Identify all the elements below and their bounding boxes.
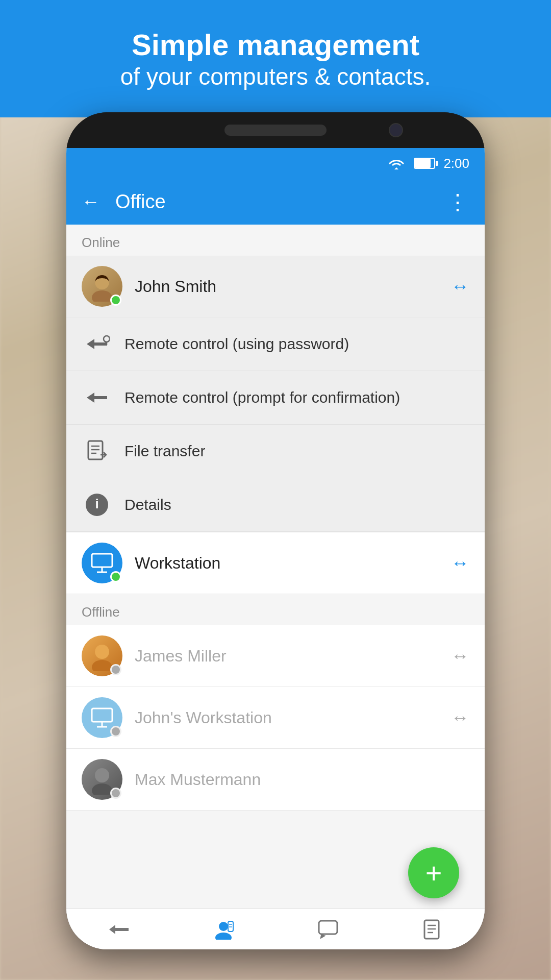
contact-name-workstation: Workstation — [135, 554, 451, 573]
content-area: Online John Smith ↔ — [66, 225, 485, 909]
phone-top-bar — [66, 112, 485, 148]
file-transfer-label: File transfer — [124, 443, 205, 460]
remote-confirm-arrows — [84, 387, 110, 408]
nav-contacts-button[interactable] — [171, 919, 276, 940]
details-icon: i — [82, 489, 112, 520]
svg-point-13 — [95, 645, 109, 659]
submenu-details[interactable]: i Details — [66, 478, 485, 532]
svg-rect-22 — [228, 921, 233, 932]
svg-point-1 — [92, 290, 112, 302]
remote-password-icon — [82, 329, 112, 359]
battery-fill — [415, 159, 430, 168]
phone-speaker — [224, 125, 327, 136]
fab-add-button[interactable]: + — [408, 847, 459, 898]
svg-point-18 — [95, 768, 109, 782]
banner-subtitle: of your computers & contacts. — [120, 63, 431, 90]
battery-icon — [414, 158, 435, 169]
svg-rect-10 — [92, 554, 112, 567]
nav-files-icon — [423, 919, 442, 940]
nav-files-button[interactable] — [380, 919, 485, 940]
svg-point-19 — [92, 783, 112, 795]
wifi-icon — [387, 156, 406, 170]
phone-camera — [389, 123, 403, 137]
online-indicator-john — [110, 295, 121, 306]
banner-title: Simple management — [132, 27, 419, 63]
contact-item-workstation[interactable]: Workstation ↔ — [66, 532, 485, 594]
nav-remote-icon — [108, 921, 130, 938]
contact-item-max[interactable]: Max Mustermann — [66, 749, 485, 811]
workstation-monitor-icon — [89, 550, 115, 576]
remote-password-arrows — [84, 334, 110, 354]
connect-icon-workstation[interactable]: ↔ — [451, 552, 469, 574]
contact-name-max: Max Mustermann — [135, 770, 469, 789]
app-toolbar: ← Office ⋮ — [66, 179, 485, 225]
connect-icon-james[interactable]: ↔ — [451, 645, 469, 667]
contact-name-johns-workstation: John's Workstation — [135, 708, 451, 727]
submenu-file-transfer[interactable]: File transfer — [66, 425, 485, 478]
offline-indicator-johns-ws — [110, 726, 121, 737]
status-bar: 2:00 — [66, 148, 485, 179]
nav-chat-icon — [317, 919, 339, 940]
remote-confirm-label: Remote control (prompt for confirmation) — [124, 389, 400, 406]
avatar-wrapper-john — [82, 266, 122, 307]
contact-item-john-smith[interactable]: John Smith ↔ — [66, 256, 485, 317]
offline-section-header: Offline — [66, 594, 485, 625]
svg-rect-25 — [319, 921, 337, 934]
contact-item-johns-workstation[interactable]: John's Workstation ↔ — [66, 687, 485, 749]
submenu-remote-password[interactable]: Remote control (using password) — [66, 317, 485, 371]
more-button[interactable]: ⋮ — [447, 189, 469, 214]
avatar-wrapper-max — [82, 759, 122, 800]
contact-name-james: James Miller — [135, 647, 451, 666]
contact-item-james-miller[interactable]: James Miller ↔ — [66, 625, 485, 687]
workstation-offline-icon — [89, 704, 115, 731]
avatar-wrapper-james — [82, 635, 122, 676]
svg-point-20 — [219, 922, 228, 931]
phone-screen: 2:00 ← Office ⋮ Online — [66, 148, 485, 949]
file-transfer-icon — [82, 436, 112, 467]
top-banner: Simple management of your computers & co… — [0, 0, 551, 117]
nav-remote-button[interactable] — [66, 921, 171, 938]
offline-indicator-james — [110, 664, 121, 675]
back-button[interactable]: ← — [82, 191, 100, 212]
svg-rect-15 — [92, 708, 112, 722]
status-time: 2:00 — [443, 156, 469, 172]
remote-password-label: Remote control (using password) — [124, 335, 349, 353]
connect-icon-johns-ws[interactable]: ↔ — [451, 707, 469, 728]
online-section-header: Online — [66, 225, 485, 256]
svg-point-21 — [215, 933, 232, 940]
details-label: Details — [124, 496, 171, 513]
svg-point-2 — [104, 336, 110, 342]
avatar-wrapper-johns-ws — [82, 697, 122, 738]
submenu-remote-confirm[interactable]: Remote control (prompt for confirmation) — [66, 371, 485, 425]
online-indicator-workstation — [110, 571, 121, 582]
remote-confirm-icon — [82, 382, 112, 413]
bottom-nav — [66, 909, 485, 949]
contact-name-john: John Smith — [135, 277, 451, 296]
connect-icon-john[interactable]: ↔ — [451, 276, 469, 297]
nav-contacts-icon — [213, 919, 234, 940]
toolbar-title: Office — [115, 191, 447, 213]
offline-indicator-max — [110, 788, 121, 799]
svg-point-14 — [92, 660, 112, 671]
phone-frame: 2:00 ← Office ⋮ Online — [66, 112, 485, 949]
details-svg: i — [84, 492, 110, 518]
file-transfer-svg — [84, 438, 110, 464]
nav-chat-button[interactable] — [276, 919, 380, 940]
avatar-wrapper-workstation — [82, 543, 122, 583]
svg-text:i: i — [95, 496, 98, 511]
